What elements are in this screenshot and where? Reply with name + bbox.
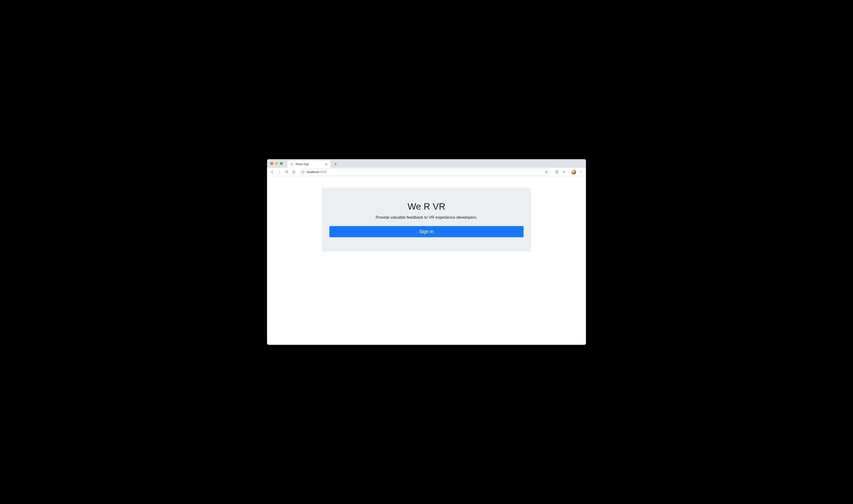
extension-info-icon[interactable] [553, 169, 560, 175]
tab-strip: React App [267, 159, 586, 168]
profile-avatar[interactable] [570, 169, 577, 175]
hero-panel: We R VR Provide valuable feedback to VR … [322, 188, 531, 252]
svg-point-0 [292, 164, 292, 165]
window-controls [269, 159, 284, 168]
new-tab-button[interactable] [332, 161, 339, 167]
address-bar[interactable]: localhost:3000 [299, 169, 550, 175]
page-content: We R VR Provide valuable feedback to VR … [267, 176, 586, 345]
reload-button[interactable] [283, 169, 290, 175]
window-minimize-button[interactable] [275, 162, 278, 165]
svg-point-10 [580, 170, 581, 171]
url-host: localhost [307, 170, 319, 174]
url-text: localhost:3000 [307, 170, 543, 174]
toolbar-right [553, 169, 584, 175]
svg-point-9 [557, 173, 557, 173]
tab-close-button[interactable] [325, 163, 328, 166]
bookmark-star-icon[interactable] [545, 170, 548, 174]
tab-title: React App [296, 163, 323, 166]
toolbar-divider [568, 170, 569, 174]
avatar-icon [571, 170, 576, 175]
browser-tab[interactable]: React App [288, 161, 330, 168]
svg-point-12 [580, 173, 581, 173]
svg-point-11 [580, 172, 581, 172]
browser-toolbar: localhost:3000 [267, 168, 586, 176]
react-favicon-icon [290, 162, 294, 166]
url-port: :3000 [319, 170, 327, 174]
browser-menu-button[interactable] [577, 169, 584, 175]
forward-button[interactable] [276, 169, 283, 175]
site-info-icon[interactable] [301, 170, 305, 174]
extension-vue-icon[interactable] [561, 169, 567, 175]
back-button[interactable] [269, 169, 276, 175]
window-zoom-button[interactable] [280, 162, 283, 165]
home-button[interactable] [290, 169, 297, 175]
page-heading: We R VR [329, 201, 524, 212]
sign-in-button[interactable]: Sign in [329, 226, 524, 237]
window-close-button[interactable] [270, 162, 273, 165]
page-subheading: Provide valuable feedback to VR experien… [329, 215, 524, 220]
browser-window: React App localhost:3000 [267, 159, 586, 345]
